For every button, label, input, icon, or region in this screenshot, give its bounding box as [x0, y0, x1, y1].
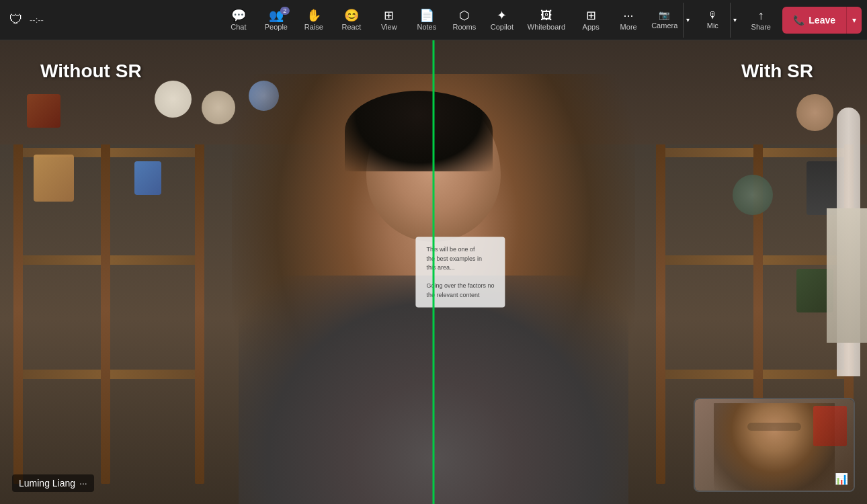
- shelf-branch: [827, 208, 867, 343]
- leave-dropdown-button[interactable]: ▾: [846, 7, 862, 34]
- leave-label: Leave: [809, 15, 835, 26]
- chat-label: Chat: [231, 23, 246, 31]
- mic-chevron-icon: ▾: [733, 16, 737, 24]
- pip-wall-art: [813, 406, 847, 446]
- mic-label: Mic: [707, 22, 718, 30]
- mic-dropdown-button[interactable]: ▾: [730, 3, 739, 38]
- topbar-right: 📷 Camera ▾ 🎙 Mic ▾ ↑ Share: [646, 3, 862, 38]
- shelf-item-right-1: [796, 94, 833, 131]
- rooms-button[interactable]: ⬡ Rooms: [446, 3, 483, 38]
- share-btn-wrap: ↑ Share: [742, 3, 780, 38]
- leave-chevron-icon: ▾: [852, 15, 856, 25]
- apps-icon: ⊞: [586, 9, 596, 22]
- react-label: React: [341, 23, 361, 31]
- label-with-sr: With SR: [741, 60, 813, 82]
- people-badge: 2: [280, 7, 290, 15]
- people-btn-wrap: 👥 People 2: [257, 3, 295, 38]
- teams-shield-icon: 🛡: [9, 12, 23, 28]
- rooms-label: Rooms: [452, 23, 476, 31]
- shelf-support: [13, 134, 23, 484]
- more-label: More: [620, 23, 637, 31]
- raise-button[interactable]: ✋ Raise: [295, 3, 333, 38]
- shelf-item-sphere: [249, 81, 279, 111]
- react-icon: 😊: [344, 9, 359, 22]
- rooms-btn-wrap: ⬡ Rooms: [446, 3, 483, 38]
- main-video: This will be one ofthe best examples int…: [0, 40, 867, 504]
- shelf-item-round: [155, 81, 192, 118]
- leave-phone-icon: 📞: [793, 15, 804, 26]
- view-btn-wrap: ⊞ View: [370, 3, 408, 38]
- mic-split: 🎙 Mic ▾: [695, 3, 739, 38]
- speaker-more-icon[interactable]: ···: [79, 478, 87, 489]
- copilot-icon: ✦: [497, 9, 507, 22]
- rooms-icon: ⬡: [459, 9, 470, 22]
- label-without-sr: Without SR: [40, 60, 142, 82]
- raise-label: Raise: [304, 23, 323, 31]
- whiteboard-btn-wrap: 🖼 Whiteboard: [521, 3, 572, 38]
- chat-button[interactable]: 💬 Chat: [220, 3, 257, 38]
- notes-icon: 📄: [419, 9, 434, 22]
- more-button[interactable]: ··· More: [610, 3, 647, 38]
- slide-text: This will be one ofthe best examples int…: [426, 245, 494, 300]
- camera-label: Camera: [651, 22, 677, 30]
- shelf-item-kettle: [807, 161, 840, 215]
- pip-stats-icon: 📊: [835, 472, 848, 485]
- raise-icon: ✋: [306, 9, 321, 22]
- raise-btn-wrap: ✋ Raise: [295, 3, 333, 38]
- people-button[interactable]: 👥 People 2: [257, 3, 295, 38]
- react-btn-wrap: 😊 React: [333, 3, 370, 38]
- people-label: People: [265, 23, 288, 31]
- speaker-name-bar: Luming Liang ···: [12, 474, 94, 492]
- view-label: View: [381, 23, 397, 31]
- shelf-item-mug: [733, 175, 773, 215]
- topbar: 🛡 --:-- 💬 Chat 👥 People 2 ✋ Raise: [0, 0, 867, 40]
- share-label: Share: [751, 23, 771, 31]
- apps-btn-wrap: ⊞ Apps: [572, 3, 610, 38]
- shelf-support: [195, 134, 204, 484]
- view-icon: ⊞: [384, 9, 394, 22]
- slide-content-overlay: This will be one ofthe best examples int…: [415, 237, 505, 308]
- shelf-item-duck: [202, 91, 235, 124]
- view-button[interactable]: ⊞ View: [370, 3, 408, 38]
- apps-button[interactable]: ⊞ Apps: [572, 3, 610, 38]
- shelf-item-blue: [134, 161, 161, 195]
- more-icon: ···: [624, 9, 634, 22]
- shelf-support: [656, 134, 665, 484]
- notes-button[interactable]: 📄 Notes: [408, 3, 446, 38]
- topbar-left: 🛡 --:--: [5, 12, 49, 28]
- whiteboard-label: Whiteboard: [528, 23, 565, 31]
- share-icon: ↑: [758, 9, 764, 22]
- react-button[interactable]: 😊 React: [333, 3, 370, 38]
- share-button[interactable]: ↑ Share: [742, 3, 780, 38]
- pip-glasses: [747, 423, 801, 431]
- shelf-item-figure: [34, 155, 74, 202]
- mic-icon: 🎙: [708, 10, 717, 20]
- camera-icon: 📷: [659, 10, 670, 20]
- green-divider-line: [433, 40, 435, 504]
- chat-btn-wrap: 💬 Chat: [220, 3, 257, 38]
- leave-btn-wrap: 📞 Leave ▾: [782, 7, 862, 34]
- camera-button[interactable]: 📷 Camera: [646, 3, 683, 38]
- shelf-item-box: [27, 94, 60, 128]
- shelf-support: [101, 134, 110, 484]
- pip-video-bg: 📊: [695, 399, 854, 491]
- chat-icon: 💬: [231, 9, 246, 22]
- video-area: This will be one ofthe best examples int…: [0, 40, 867, 504]
- mic-button[interactable]: 🎙 Mic: [695, 3, 730, 38]
- meeting-timer: --:--: [30, 15, 44, 25]
- camera-chevron-icon: ▾: [686, 16, 690, 24]
- copilot-btn-wrap: ✦ Copilot: [483, 3, 521, 38]
- topbar-center: 💬 Chat 👥 People 2 ✋ Raise 😊 React: [220, 3, 647, 38]
- camera-dropdown-button[interactable]: ▾: [683, 3, 692, 38]
- whiteboard-button[interactable]: 🖼 Whiteboard: [521, 3, 572, 38]
- whiteboard-icon: 🖼: [540, 9, 552, 22]
- copilot-label: Copilot: [491, 23, 513, 31]
- leave-button[interactable]: 📞 Leave: [782, 7, 846, 34]
- camera-split: 📷 Camera ▾: [646, 3, 692, 38]
- notes-label: Notes: [417, 23, 436, 31]
- apps-label: Apps: [583, 23, 600, 31]
- more-btn-wrap: ··· More: [610, 3, 647, 38]
- notes-btn-wrap: 📄 Notes: [408, 3, 446, 38]
- copilot-button[interactable]: ✦ Copilot: [483, 3, 521, 38]
- pip-video: 📊: [694, 398, 855, 492]
